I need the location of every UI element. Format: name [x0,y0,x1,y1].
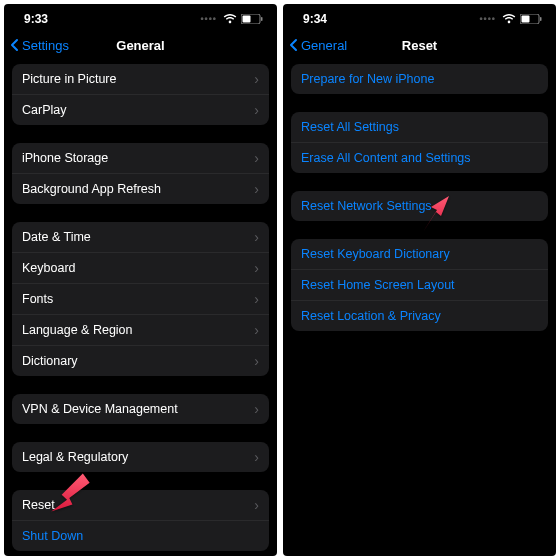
settings-group: Date & Time›Keyboard›Fonts›Language & Re… [12,222,269,376]
settings-row[interactable]: Reset Location & Privacy [291,301,548,331]
settings-row[interactable]: Date & Time› [12,222,269,253]
chevron-right-icon: › [254,402,259,416]
chevron-right-icon: › [254,230,259,244]
row-label: Language & Region [22,323,133,337]
settings-group: VPN & Device Management› [12,394,269,424]
row-label: Picture in Picture [22,72,116,86]
status-indicators: •••• [200,14,263,24]
chevron-right-icon: › [254,103,259,117]
settings-group: Picture in Picture›CarPlay› [12,64,269,125]
settings-row[interactable]: Reset Home Screen Layout [291,270,548,301]
back-label: General [301,38,347,53]
settings-row[interactable]: VPN & Device Management› [12,394,269,424]
settings-group: Reset Network Settings [291,191,548,221]
recording-indicator: •••• [479,14,496,24]
settings-row[interactable]: Prepare for New iPhone [291,64,548,94]
phone-general: 9:33 •••• Settings General Picture in Pi… [4,4,277,556]
row-label: Prepare for New iPhone [301,72,434,86]
settings-group: Reset All SettingsErase All Content and … [291,112,548,173]
status-bar: 9:33 •••• [4,4,277,30]
settings-group: Reset›Shut Down [12,490,269,551]
row-label: Shut Down [22,529,83,543]
settings-group: iPhone Storage›Background App Refresh› [12,143,269,204]
chevron-left-icon [289,38,299,52]
wifi-icon [502,14,516,24]
settings-row[interactable]: Background App Refresh› [12,174,269,204]
settings-row[interactable]: Erase All Content and Settings [291,143,548,173]
settings-row[interactable]: iPhone Storage› [12,143,269,174]
chevron-right-icon: › [254,450,259,464]
chevron-right-icon: › [254,323,259,337]
row-label: Reset [22,498,55,512]
status-bar: 9:34 •••• [283,4,556,30]
wifi-icon [223,14,237,24]
settings-row[interactable]: Legal & Regulatory› [12,442,269,472]
settings-group: Legal & Regulatory› [12,442,269,472]
row-label: Reset Keyboard Dictionary [301,247,450,261]
chevron-right-icon: › [254,72,259,86]
settings-row[interactable]: Picture in Picture› [12,64,269,95]
svg-rect-2 [261,17,263,21]
chevron-right-icon: › [254,151,259,165]
row-label: Reset Network Settings [301,199,432,213]
row-label: Fonts [22,292,53,306]
back-button[interactable]: General [289,38,347,53]
settings-row[interactable]: Reset Keyboard Dictionary [291,239,548,270]
settings-row[interactable]: Dictionary› [12,346,269,376]
settings-row[interactable]: Language & Region› [12,315,269,346]
row-label: Keyboard [22,261,76,275]
row-label: Reset Location & Privacy [301,309,441,323]
row-label: Background App Refresh [22,182,161,196]
chevron-right-icon: › [254,354,259,368]
nav-bar: Settings General [4,30,277,64]
settings-row[interactable]: Reset› [12,490,269,521]
svg-rect-1 [243,16,251,23]
back-button[interactable]: Settings [10,38,69,53]
back-label: Settings [22,38,69,53]
settings-row[interactable]: Keyboard› [12,253,269,284]
recording-indicator: •••• [200,14,217,24]
status-indicators: •••• [479,14,542,24]
chevron-right-icon: › [254,292,259,306]
svg-rect-5 [540,17,542,21]
chevron-right-icon: › [254,261,259,275]
settings-row[interactable]: Reset All Settings [291,112,548,143]
row-label: Erase All Content and Settings [301,151,471,165]
chevron-right-icon: › [254,182,259,196]
status-time: 9:33 [24,12,48,26]
row-label: Legal & Regulatory [22,450,128,464]
phone-reset: 9:34 •••• General Reset Prepare for New … [283,4,556,556]
settings-row[interactable]: Fonts› [12,284,269,315]
row-label: iPhone Storage [22,151,108,165]
row-label: CarPlay [22,103,66,117]
battery-icon [520,14,542,24]
settings-row[interactable]: Shut Down [12,521,269,551]
chevron-left-icon [10,38,20,52]
chevron-right-icon: › [254,498,259,512]
row-label: Reset Home Screen Layout [301,278,455,292]
settings-group: Reset Keyboard DictionaryReset Home Scre… [291,239,548,331]
settings-row[interactable]: CarPlay› [12,95,269,125]
svg-rect-4 [522,16,530,23]
row-label: Reset All Settings [301,120,399,134]
row-label: Date & Time [22,230,91,244]
settings-group: Prepare for New iPhone [291,64,548,94]
row-label: Dictionary [22,354,78,368]
battery-icon [241,14,263,24]
row-label: VPN & Device Management [22,402,178,416]
nav-bar: General Reset [283,30,556,64]
settings-row[interactable]: Reset Network Settings [291,191,548,221]
status-time: 9:34 [303,12,327,26]
